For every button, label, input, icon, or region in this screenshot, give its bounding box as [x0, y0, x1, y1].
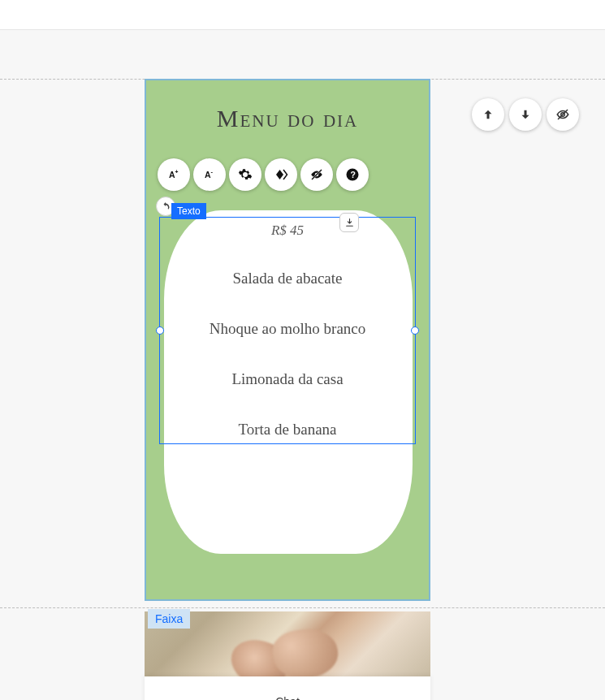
font-increase-button[interactable]: A+ — [158, 158, 190, 191]
help-icon: ? — [345, 167, 360, 182]
strip-label: Faixa — [148, 609, 190, 629]
eye-off-icon — [555, 107, 570, 122]
animations-button[interactable] — [265, 158, 297, 191]
settings-button[interactable] — [229, 158, 261, 191]
svg-text:?: ? — [350, 170, 355, 179]
element-toolbar: A+ A- ? — [158, 158, 369, 191]
section-divider-bottom — [0, 607, 605, 608]
menu-price[interactable]: R$ 45 — [271, 223, 304, 239]
undo-icon — [161, 201, 171, 211]
menu-item[interactable]: Salada de abacate — [232, 270, 342, 287]
menu-item[interactable]: Nhoque ao molho branco — [210, 320, 366, 338]
visibility-button[interactable] — [300, 158, 333, 191]
font-increase-icon: A+ — [166, 167, 181, 182]
font-decrease-button[interactable]: A- — [193, 158, 226, 191]
animations-icon — [274, 167, 288, 182]
move-up-button[interactable] — [472, 98, 504, 131]
font-decrease-icon: A- — [202, 167, 217, 182]
menu-item[interactable]: Limonada da casa — [231, 370, 343, 388]
gear-icon — [238, 167, 253, 182]
chat-button[interactable]: Chat — [145, 676, 430, 700]
chat-label: Chat — [275, 695, 300, 700]
canvas-area: Menu do dia A+ A- ? Texto R$ 45 — [0, 30, 605, 48]
selection-label: Texto — [171, 203, 206, 219]
section-controls — [472, 98, 579, 131]
arrow-down-icon — [518, 107, 533, 122]
help-button[interactable]: ? — [336, 158, 369, 191]
download-button[interactable] — [339, 213, 359, 232]
resize-handle-right[interactable] — [411, 326, 419, 335]
download-icon — [344, 218, 355, 228]
menu-title[interactable]: Menu do dia — [146, 105, 429, 132]
eye-off-icon — [309, 167, 324, 182]
arrow-up-icon — [481, 107, 495, 122]
top-bar — [0, 0, 605, 30]
move-down-button[interactable] — [509, 98, 542, 131]
menu-item[interactable]: Torta de banana — [238, 421, 336, 439]
svg-text:-: - — [211, 168, 214, 175]
hide-section-button[interactable] — [547, 98, 579, 131]
svg-text:+: + — [175, 169, 179, 175]
resize-handle-left[interactable] — [156, 326, 164, 335]
text-selection-box[interactable]: R$ 45 Salada de abacate Nhoque ao molho … — [159, 217, 416, 444]
